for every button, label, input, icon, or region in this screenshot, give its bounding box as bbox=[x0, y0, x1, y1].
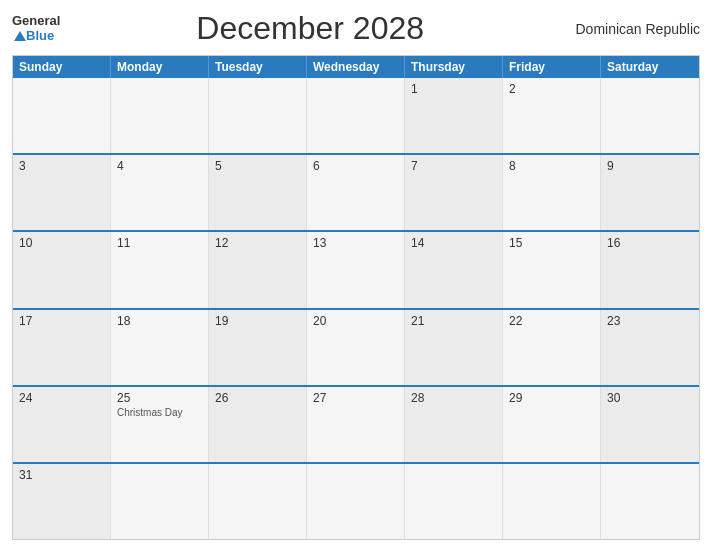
day-number: 18 bbox=[117, 314, 202, 328]
day-number: 25 bbox=[117, 391, 202, 405]
header-thursday: Thursday bbox=[405, 56, 503, 78]
header-sunday: Sunday bbox=[13, 56, 111, 78]
day-cell-1-5: 8 bbox=[503, 155, 601, 230]
country-label: Dominican Republic bbox=[560, 21, 700, 37]
calendar-header: General Blue December 2028 Dominican Rep… bbox=[12, 10, 700, 47]
day-cell-5-2 bbox=[209, 464, 307, 539]
week-row-5: 31 bbox=[13, 462, 699, 539]
logo-blue-row: Blue bbox=[12, 29, 54, 43]
day-number: 9 bbox=[607, 159, 693, 173]
day-cell-3-1: 18 bbox=[111, 310, 209, 385]
day-cell-3-2: 19 bbox=[209, 310, 307, 385]
day-cell-4-4: 28 bbox=[405, 387, 503, 462]
week-row-1: 3456789 bbox=[13, 153, 699, 230]
day-number: 4 bbox=[117, 159, 202, 173]
day-headers-row: Sunday Monday Tuesday Wednesday Thursday… bbox=[13, 56, 699, 78]
day-number: 19 bbox=[215, 314, 300, 328]
day-number: 5 bbox=[215, 159, 300, 173]
day-number: 8 bbox=[509, 159, 594, 173]
day-cell-2-2: 12 bbox=[209, 232, 307, 307]
weeks-container: 1234567891011121314151617181920212223242… bbox=[13, 78, 699, 539]
day-cell-0-6 bbox=[601, 78, 699, 153]
day-cell-0-2 bbox=[209, 78, 307, 153]
day-cell-1-3: 6 bbox=[307, 155, 405, 230]
calendar-title: December 2028 bbox=[60, 10, 560, 47]
day-cell-3-4: 21 bbox=[405, 310, 503, 385]
day-number: 3 bbox=[19, 159, 104, 173]
day-cell-1-6: 9 bbox=[601, 155, 699, 230]
day-cell-2-4: 14 bbox=[405, 232, 503, 307]
day-number: 17 bbox=[19, 314, 104, 328]
week-row-0: 12 bbox=[13, 78, 699, 153]
day-number: 21 bbox=[411, 314, 496, 328]
day-number: 2 bbox=[509, 82, 594, 96]
day-cell-4-6: 30 bbox=[601, 387, 699, 462]
day-number: 27 bbox=[313, 391, 398, 405]
day-number: 7 bbox=[411, 159, 496, 173]
day-cell-2-0: 10 bbox=[13, 232, 111, 307]
day-number: 24 bbox=[19, 391, 104, 405]
calendar-page: General Blue December 2028 Dominican Rep… bbox=[0, 0, 712, 550]
day-number: 30 bbox=[607, 391, 693, 405]
logo: General Blue bbox=[12, 14, 60, 43]
day-cell-0-0 bbox=[13, 78, 111, 153]
holiday-label: Christmas Day bbox=[117, 407, 202, 418]
day-number: 16 bbox=[607, 236, 693, 250]
day-number: 11 bbox=[117, 236, 202, 250]
day-cell-3-3: 20 bbox=[307, 310, 405, 385]
day-number: 20 bbox=[313, 314, 398, 328]
day-cell-3-6: 23 bbox=[601, 310, 699, 385]
day-cell-4-2: 26 bbox=[209, 387, 307, 462]
day-cell-4-0: 24 bbox=[13, 387, 111, 462]
day-cell-3-0: 17 bbox=[13, 310, 111, 385]
day-cell-5-0: 31 bbox=[13, 464, 111, 539]
day-cell-4-5: 29 bbox=[503, 387, 601, 462]
header-tuesday: Tuesday bbox=[209, 56, 307, 78]
day-number: 13 bbox=[313, 236, 398, 250]
day-number: 10 bbox=[19, 236, 104, 250]
logo-general-text: General bbox=[12, 14, 60, 28]
day-cell-2-1: 11 bbox=[111, 232, 209, 307]
day-cell-0-1 bbox=[111, 78, 209, 153]
day-number: 22 bbox=[509, 314, 594, 328]
day-cell-4-1: 25Christmas Day bbox=[111, 387, 209, 462]
day-cell-5-6 bbox=[601, 464, 699, 539]
day-cell-1-2: 5 bbox=[209, 155, 307, 230]
day-number: 28 bbox=[411, 391, 496, 405]
logo-triangle-icon bbox=[14, 31, 26, 41]
day-cell-4-3: 27 bbox=[307, 387, 405, 462]
day-number: 15 bbox=[509, 236, 594, 250]
day-cell-5-4 bbox=[405, 464, 503, 539]
day-cell-0-3 bbox=[307, 78, 405, 153]
week-row-2: 10111213141516 bbox=[13, 230, 699, 307]
day-number: 12 bbox=[215, 236, 300, 250]
day-cell-1-0: 3 bbox=[13, 155, 111, 230]
day-cell-5-1 bbox=[111, 464, 209, 539]
day-cell-3-5: 22 bbox=[503, 310, 601, 385]
week-row-4: 2425Christmas Day2627282930 bbox=[13, 385, 699, 462]
header-saturday: Saturday bbox=[601, 56, 699, 78]
day-cell-2-5: 15 bbox=[503, 232, 601, 307]
header-wednesday: Wednesday bbox=[307, 56, 405, 78]
week-row-3: 17181920212223 bbox=[13, 308, 699, 385]
day-number: 1 bbox=[411, 82, 496, 96]
day-number: 23 bbox=[607, 314, 693, 328]
header-friday: Friday bbox=[503, 56, 601, 78]
day-cell-0-4: 1 bbox=[405, 78, 503, 153]
day-number: 29 bbox=[509, 391, 594, 405]
day-cell-2-6: 16 bbox=[601, 232, 699, 307]
calendar-grid: Sunday Monday Tuesday Wednesday Thursday… bbox=[12, 55, 700, 540]
day-number: 6 bbox=[313, 159, 398, 173]
day-cell-2-3: 13 bbox=[307, 232, 405, 307]
day-cell-1-4: 7 bbox=[405, 155, 503, 230]
day-number: 31 bbox=[19, 468, 104, 482]
day-cell-1-1: 4 bbox=[111, 155, 209, 230]
day-cell-5-5 bbox=[503, 464, 601, 539]
day-number: 14 bbox=[411, 236, 496, 250]
day-cell-5-3 bbox=[307, 464, 405, 539]
day-cell-0-5: 2 bbox=[503, 78, 601, 153]
day-number: 26 bbox=[215, 391, 300, 405]
header-monday: Monday bbox=[111, 56, 209, 78]
logo-blue-text: Blue bbox=[26, 28, 54, 43]
